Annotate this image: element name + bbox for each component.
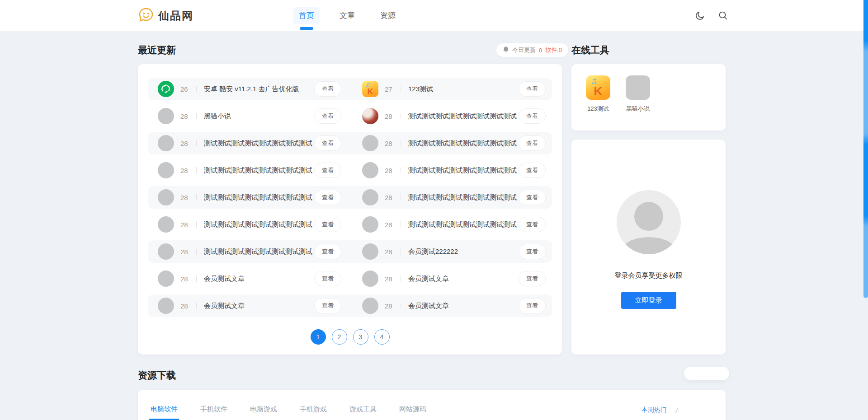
list-item[interactable]: 28 测试测试测试测试测试测试测试测试 查看 — [348, 105, 552, 127]
view-button[interactable]: 查看 — [314, 271, 341, 286]
divider — [196, 167, 197, 173]
item-title[interactable]: 黑猫小说 — [204, 112, 314, 121]
list-item[interactable]: 27 123测试 查看 — [348, 78, 552, 100]
item-title[interactable]: 测试测试测试测试测试测试测试测试 — [204, 139, 314, 148]
view-button[interactable]: 查看 — [314, 81, 341, 97]
view-button[interactable]: 查看 — [314, 244, 341, 259]
view-button[interactable]: 查看 — [314, 298, 341, 313]
tool-item-123test[interactable]: 123测试 — [583, 75, 613, 113]
list-item[interactable]: 28 会员测试222222 查看 — [348, 240, 552, 263]
item-title[interactable]: 测试测试测试测试测试测试测试测试 — [408, 139, 519, 148]
view-button[interactable]: 查看 — [314, 135, 341, 151]
divider — [401, 303, 401, 309]
view-button[interactable]: 查看 — [519, 217, 546, 232]
weekly-hot-link[interactable]: 本周热门 — [642, 406, 667, 414]
online-tools-card: 123测试 黑猫小说 — [571, 64, 726, 131]
nav-item-resources[interactable]: 资源 — [377, 0, 398, 31]
list-item[interactable]: 28 测试测试测试测试测试测试测试测试 查看 — [348, 159, 552, 182]
red-avatar-icon — [362, 108, 378, 124]
site-logo[interactable]: 仙品网 — [138, 7, 193, 25]
view-button[interactable]: 查看 — [519, 135, 546, 151]
search-icon[interactable] — [717, 10, 728, 21]
view-button[interactable]: 查看 — [519, 271, 546, 286]
badge-prefix: 今日更新 — [512, 46, 536, 54]
item-title[interactable]: 测试测试测试测试测试测试测试测试 — [408, 112, 519, 121]
list-item[interactable]: 28 测试测试测试测试测试测试测试测试 查看 — [148, 159, 348, 182]
page-button-3[interactable]: 3 — [353, 329, 368, 345]
page-button-4[interactable]: 4 — [374, 329, 390, 345]
list-item[interactable]: 28 测试测试测试测试测试测试测试测试 查看 — [348, 213, 552, 236]
login-button[interactable]: 立即登录 — [621, 292, 676, 309]
scrollbar-thumb[interactable] — [863, 0, 868, 298]
nav-item-home[interactable]: 首页 — [296, 0, 317, 31]
item-title[interactable]: 123测试 — [408, 85, 519, 93]
gray-placeholder-icon — [158, 243, 174, 260]
gray-placeholder-icon — [362, 216, 378, 233]
divider — [401, 194, 401, 201]
list-item[interactable]: 28 黑猫小说 查看 — [148, 105, 348, 127]
tab-game-tools[interactable]: 游戏工具 — [349, 405, 377, 420]
tool-item-heimao[interactable]: 黑猫小说 — [623, 75, 653, 113]
login-card: 登录会员享受更多权限 立即登录 — [571, 140, 726, 355]
tab-mobile-games[interactable]: 手机游戏 — [300, 405, 327, 420]
divider — [196, 221, 197, 228]
view-button[interactable]: 查看 — [314, 163, 341, 178]
list-item[interactable]: 28 测试测试测试测试测试测试测试测试 查看 — [148, 240, 348, 263]
view-button[interactable]: 查看 — [314, 217, 341, 232]
tab-pc-games[interactable]: 电脑游戏 — [250, 405, 277, 420]
item-title[interactable]: 测试测试测试测试测试测试测试测试 — [204, 220, 314, 229]
bell-icon — [503, 46, 509, 54]
item-number: 28 — [385, 221, 395, 229]
list-item[interactable]: 28 会员测试文章 查看 — [348, 294, 552, 317]
view-button[interactable]: 查看 — [314, 190, 341, 205]
list-item[interactable]: 28 测试测试测试测试测试测试测试测试 查看 — [148, 132, 348, 154]
item-title[interactable]: 安卓 酷安 v11.2.1 去广告优化版 — [204, 85, 314, 93]
list-item[interactable]: 26 安卓 酷安 v11.2.1 去广告优化版 查看 — [148, 78, 348, 100]
list-item[interactable]: 28 测试测试测试测试测试测试测试测试 查看 — [348, 186, 552, 209]
item-title[interactable]: 测试测试测试测试测试测试测试测试 — [408, 220, 519, 229]
resource-downloads-card: 电脑软件 手机软件 电脑游戏 手机游戏 游戏工具 网站源码 本周热门 / — [138, 390, 726, 420]
list-item[interactable]: 28 测试测试测试测试测试测试测试测试 查看 — [148, 213, 348, 236]
divider — [196, 194, 197, 201]
resource-downloads-title: 资源下载 — [138, 369, 176, 382]
item-title[interactable]: 会员测试222222 — [408, 247, 519, 256]
online-tools-title: 在线工具 — [571, 44, 609, 56]
page-button-1[interactable]: 1 — [311, 329, 326, 345]
view-button[interactable]: 查看 — [519, 108, 546, 124]
list-row: 28 会员测试文章 查看 28 会员测试文章 查看 — [148, 267, 552, 290]
divider — [401, 248, 401, 255]
item-title[interactable]: 测试测试测试测试测试测试测试测试 — [408, 166, 519, 175]
nav-item-articles[interactable]: 文章 — [337, 0, 358, 31]
list-item[interactable]: 28 会员测试文章 查看 — [148, 267, 348, 290]
item-title[interactable]: 会员测试文章 — [408, 275, 519, 283]
tab-mobile-software[interactable]: 手机软件 — [200, 405, 227, 420]
view-button[interactable]: 查看 — [519, 298, 546, 313]
dark-mode-moon-icon[interactable] — [695, 10, 706, 21]
view-button[interactable]: 查看 — [519, 244, 546, 259]
tab-site-source[interactable]: 网站源码 — [399, 405, 426, 420]
item-title[interactable]: 会员测试文章 — [204, 302, 314, 310]
view-button[interactable]: 查看 — [314, 108, 341, 124]
view-button[interactable]: 查看 — [519, 163, 546, 178]
view-button[interactable]: 查看 — [519, 81, 546, 97]
page-button-2[interactable]: 2 — [332, 329, 347, 345]
item-number: 28 — [180, 221, 190, 229]
item-title[interactable]: 会员测试文章 — [204, 275, 314, 283]
item-title[interactable]: 会员测试文章 — [408, 302, 519, 310]
list-item[interactable]: 28 会员测试文章 查看 — [348, 267, 552, 290]
tab-pc-software[interactable]: 电脑软件 — [151, 405, 178, 420]
list-item[interactable]: 28 会员测试文章 查看 — [148, 294, 348, 317]
slash-separator: / — [676, 406, 678, 414]
list-item[interactable]: 28 测试测试测试测试测试测试测试测试 查看 — [348, 132, 552, 154]
item-title[interactable]: 测试测试测试测试测试测试测试测试 — [204, 166, 314, 175]
item-title[interactable]: 测试测试测试测试测试测试测试测试 — [204, 193, 314, 202]
item-title[interactable]: 测试测试测试测试测试测试测试测试 — [204, 247, 314, 256]
badge-count: 0 — [539, 47, 542, 54]
item-title[interactable]: 测试测试测试测试测试测试测试测试 — [408, 193, 519, 202]
avatar-shoulders-shape — [621, 237, 677, 254]
weekly-hot: 本周热门 / — [642, 406, 678, 414]
view-button[interactable]: 查看 — [519, 190, 546, 205]
floating-panel[interactable] — [684, 367, 729, 380]
list-item[interactable]: 28 测试测试测试测试测试测试测试测试 查看 — [148, 186, 348, 209]
header-action-icons — [695, 10, 728, 21]
